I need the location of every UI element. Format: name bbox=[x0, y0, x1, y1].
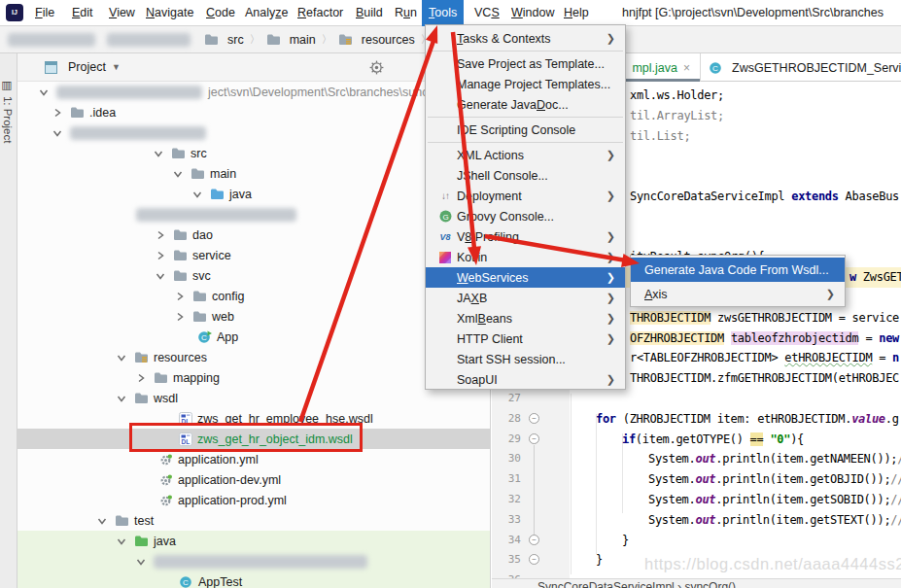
class-icon: C bbox=[179, 575, 193, 588]
menu-tools[interactable]: Tools bbox=[422, 0, 464, 26]
chevron-down-icon[interactable] bbox=[115, 394, 134, 403]
tree-row-service[interactable]: service bbox=[17, 245, 491, 265]
chevron-down-icon[interactable] bbox=[51, 128, 70, 138]
close-icon[interactable]: × bbox=[683, 61, 690, 75]
tools-menu-item-soapui[interactable]: SoapUI❯ bbox=[426, 369, 625, 390]
yml-icon bbox=[159, 473, 173, 487]
menu-run[interactable]: Run bbox=[395, 0, 417, 26]
tools-menu-item-ide-scripting-console[interactable]: IDE Scripting Console bbox=[426, 120, 625, 140]
tree-row-mapping[interactable]: mapping bbox=[17, 367, 491, 388]
folder-icon bbox=[191, 167, 205, 180]
tree-row-application-dev-yml[interactable]: application-dev.yml bbox=[17, 469, 491, 490]
tree-row-java[interactable]: java bbox=[17, 531, 491, 551]
tree-row-config[interactable]: config bbox=[17, 286, 491, 306]
chevron-down-icon[interactable] bbox=[115, 536, 134, 546]
chevron-down-icon[interactable] bbox=[191, 190, 210, 199]
breadcrumb-src[interactable]: src bbox=[204, 33, 244, 47]
tree-row-app[interactable]: CApp bbox=[17, 327, 491, 347]
chevron-right-icon[interactable] bbox=[134, 373, 154, 383]
menu-navigate[interactable]: Navigate bbox=[146, 0, 193, 26]
tools-menu-item-webservices[interactable]: WebServices❯ bbox=[426, 267, 625, 288]
redacted-text bbox=[8, 33, 95, 47]
tree-row-test[interactable]: test bbox=[17, 510, 491, 531]
gear-icon[interactable] bbox=[369, 60, 384, 78]
tree-row-apptest[interactable]: CAppTest bbox=[17, 571, 491, 588]
menu-view[interactable]: View bbox=[109, 0, 135, 26]
class-icon: C bbox=[709, 61, 722, 75]
tree-row-idea[interactable]: .idea bbox=[17, 102, 491, 122]
folder-icon bbox=[115, 514, 129, 527]
chevron-down-icon[interactable] bbox=[154, 271, 173, 281]
tree-row-zws-get-hr-object-idm-wsdl[interactable]: DLzws_get_hr_object_idm.wsdl bbox=[17, 429, 491, 449]
tools-menu-item-save-project-as-template[interactable]: Save Project as Template... bbox=[426, 53, 625, 74]
tree-row-redacted[interactable] bbox=[17, 204, 491, 225]
chevron-down-icon[interactable] bbox=[37, 87, 56, 97]
chevron-down-icon[interactable] bbox=[115, 353, 134, 363]
tree-row-resources[interactable]: resources bbox=[17, 347, 491, 367]
tree-row-svc[interactable]: svc bbox=[17, 265, 491, 286]
chevron-right-icon[interactable] bbox=[173, 292, 192, 301]
tree-row-application-yml[interactable]: application.yml bbox=[17, 449, 491, 469]
folder-icon bbox=[173, 249, 188, 261]
tree-row-java[interactable]: java bbox=[17, 184, 491, 204]
tools-menu-item-groovy-console[interactable]: GGroovy Console... bbox=[426, 206, 625, 226]
fold-icon[interactable]: − bbox=[529, 413, 539, 424]
tools-menu-item-start-ssh-session[interactable]: Start SSH session... bbox=[426, 349, 625, 369]
tree-row-web[interactable]: web bbox=[17, 306, 491, 327]
chevron-right-icon[interactable] bbox=[173, 312, 192, 322]
chevron-down-icon[interactable] bbox=[134, 557, 154, 567]
fold-icon[interactable]: − bbox=[529, 535, 539, 545]
project-tool-window-button[interactable]: ▤ 1: Project bbox=[1, 81, 15, 143]
tree-row-src[interactable]: src bbox=[17, 143, 491, 163]
tree-row-ject-svn-development-src-branches-sunchao-hnjfpt[interactable]: ject\svn\Development\Src\branches\suncha… bbox=[17, 82, 491, 102]
tree-row-main[interactable]: main bbox=[17, 163, 491, 184]
chevron-down-icon[interactable] bbox=[152, 149, 171, 158]
tree-row-dao[interactable]: dao bbox=[17, 225, 491, 245]
tools-menu-item-deployment[interactable]: ↓↑Deployment❯ bbox=[426, 186, 625, 206]
tree-row-redacted[interactable] bbox=[17, 551, 491, 571]
chevron-down-icon[interactable] bbox=[171, 169, 191, 179]
chevron-right-icon[interactable] bbox=[51, 108, 70, 118]
tools-menu-item-tasks-contexts[interactable]: Tasks & Contexts❯ bbox=[426, 28, 625, 49]
menu-code[interactable]: Code bbox=[206, 0, 235, 26]
tools-menu-item-xml-actions[interactable]: XML Actions❯ bbox=[426, 145, 625, 165]
submenu-item-generate-java-code-from-wsdl[interactable]: Generate Java Code From Wsdl... bbox=[631, 258, 845, 282]
chevron-right-icon[interactable] bbox=[154, 251, 173, 260]
wsdl-icon: DL bbox=[179, 432, 192, 446]
breadcrumb-resources[interactable]: resources bbox=[338, 33, 415, 47]
menu-file[interactable]: File bbox=[35, 0, 54, 26]
tools-menu-item-generate-javadoc[interactable]: Generate JavaDoc... bbox=[426, 94, 625, 115]
folder-icon bbox=[192, 310, 207, 323]
breadcrumb-main[interactable]: main bbox=[266, 33, 316, 47]
code-line: System.out.println(item.getSOBID());// bbox=[648, 490, 901, 510]
tree-row-zws-get-hr-employee-hse-wsdl[interactable]: DLzws_get_hr_employee_hse.wsdl bbox=[17, 408, 491, 429]
project-panel-header[interactable]: Project ▼ bbox=[17, 53, 490, 82]
menu-refactor[interactable]: Refactor bbox=[297, 0, 343, 26]
menu-help[interactable]: Help bbox=[564, 0, 589, 26]
svg-text:C: C bbox=[183, 578, 189, 587]
redacted-text bbox=[136, 208, 296, 222]
tools-menu-item-jaxb[interactable]: JAXB❯ bbox=[426, 288, 625, 308]
tools-menu-item-xmlbeans[interactable]: XmlBeans❯ bbox=[426, 308, 625, 329]
chevron-down-icon[interactable] bbox=[95, 516, 115, 526]
tree-row-wsdl[interactable]: wsdl bbox=[17, 388, 491, 408]
editor-tab-service-java[interactable]: C ZwsGETHROBJECTIDM_Service.j bbox=[700, 53, 901, 82]
tools-menu-item-v8-profiling[interactable]: V8V8 Profiling❯ bbox=[426, 226, 625, 247]
menu-vcs[interactable]: VCS bbox=[474, 0, 500, 26]
menu-edit[interactable]: Edit bbox=[72, 0, 93, 26]
tools-menu-item-jshell-console[interactable]: JShell Console... bbox=[426, 165, 625, 186]
fold-icon[interactable]: − bbox=[529, 433, 539, 444]
submenu-arrow-icon: ❯ bbox=[606, 230, 615, 243]
tree-row-application-prod-yml[interactable]: application-prod.yml bbox=[17, 490, 491, 510]
menu-analyze[interactable]: Analyze bbox=[245, 0, 288, 26]
chevron-right-icon[interactable] bbox=[154, 230, 173, 240]
tree-row-redacted[interactable] bbox=[17, 122, 491, 143]
submenu-arrow-icon: ❯ bbox=[606, 373, 615, 386]
fold-guide-line bbox=[534, 445, 535, 538]
menu-build[interactable]: Build bbox=[356, 0, 383, 26]
tools-menu-item-http-client[interactable]: HTTP Client❯ bbox=[426, 329, 625, 349]
tools-menu-item-manage-project-templates[interactable]: Manage Project Templates... bbox=[426, 74, 625, 94]
submenu-item-axis[interactable]: Axis❯ bbox=[631, 282, 845, 306]
tools-menu-item-kotlin[interactable]: Kotlin❯ bbox=[426, 247, 625, 267]
menu-window[interactable]: Window bbox=[511, 0, 554, 26]
